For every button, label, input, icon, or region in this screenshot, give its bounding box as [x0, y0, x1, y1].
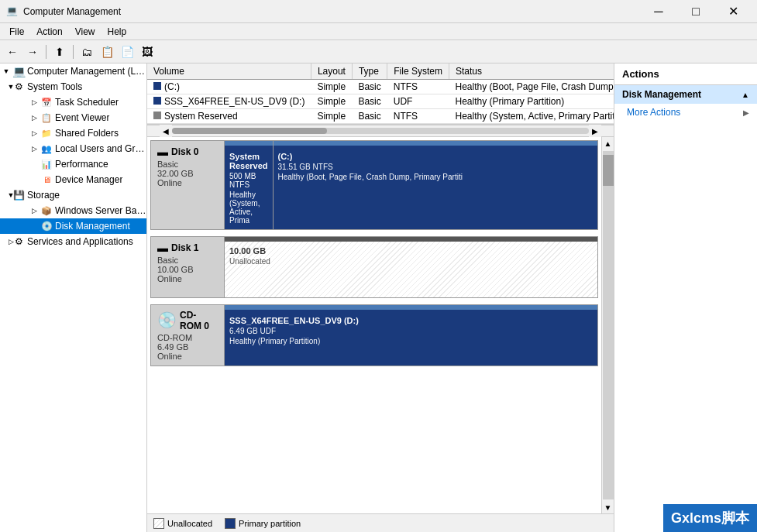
- system-tools-icon: ⚙: [12, 81, 25, 93]
- h-scroll-track[interactable]: [172, 128, 589, 134]
- legend-bar: Unallocated Primary partition: [147, 513, 614, 532]
- menu-view[interactable]: View: [69, 25, 102, 39]
- close-button[interactable]: ✕: [715, 0, 751, 23]
- vol-type-d: Basic: [352, 94, 387, 109]
- vol-type-reserved: Basic: [352, 109, 387, 124]
- h-scroll-thumb[interactable]: [172, 128, 327, 134]
- minimize-button[interactable]: ─: [641, 0, 676, 23]
- vol-name-c: (C:): [147, 80, 311, 94]
- partition-top-reserved: [225, 141, 273, 146]
- actions-section-label: Disk Management: [622, 89, 701, 100]
- users-label: Local Users and Groups: [55, 143, 146, 154]
- v-scrollbar[interactable]: ▲ ▼: [601, 137, 614, 513]
- root-icon: 💻: [12, 65, 25, 77]
- storage-icon: 💾: [12, 189, 25, 201]
- vol-name-d: SSS_X64FREE_EN-US_DV9 (D:): [147, 94, 311, 109]
- services-expand: ▷: [0, 235, 12, 248]
- perf-icon: 📊: [40, 158, 53, 170]
- tree-shared-folders[interactable]: ▷ 📁 Shared Folders: [0, 125, 146, 141]
- partition-reserved[interactable]: System Reserved 500 MB NTFS Healthy (Sys…: [225, 141, 274, 229]
- partition-top-c: [274, 141, 597, 146]
- toolbar-console[interactable]: 🖼: [138, 43, 157, 60]
- tree-storage[interactable]: ▼ 💾 Storage: [0, 187, 146, 203]
- menu-action[interactable]: Action: [30, 25, 68, 39]
- system-tools-expand: ▼: [0, 81, 12, 93]
- cdrom-size: 6.49 GB: [157, 342, 218, 352]
- actions-section-title[interactable]: Disk Management ▲: [614, 85, 757, 104]
- menu-help[interactable]: Help: [102, 25, 133, 39]
- toolbar-show-hide-tree[interactable]: 🗂: [77, 43, 96, 60]
- tree-scroll: ▼ 💻 Computer Management (Local ▼ ⚙ Syste…: [0, 63, 146, 532]
- v-scroll-down[interactable]: ▼: [602, 501, 614, 513]
- tree-performance[interactable]: 📊 Performance: [0, 156, 146, 172]
- actions-more-label: More Actions: [627, 107, 680, 118]
- v-scroll-thumb[interactable]: [603, 155, 614, 186]
- tree-local-users[interactable]: ▷ 👥 Local Users and Groups: [0, 141, 146, 156]
- backup-expand: ▷: [28, 204, 40, 217]
- shared-icon: 📁: [40, 127, 53, 139]
- cdrom-status: Online: [157, 352, 218, 361]
- partition-unallocated[interactable]: 10.00 GB Unallocated: [225, 237, 597, 297]
- tree-event-viewer[interactable]: ▷ 📋 Event Viewer: [0, 110, 146, 125]
- tree-services[interactable]: ▷ ⚙ Services and Applications: [0, 234, 146, 249]
- v-scroll-track[interactable]: [603, 151, 614, 499]
- tree-root[interactable]: ▼ 💻 Computer Management (Local: [0, 63, 146, 79]
- col-status: Status: [449, 63, 614, 80]
- tree-win-backup[interactable]: ▷ 📦 Windows Server Backup: [0, 203, 146, 218]
- tree-device-manager[interactable]: 🖥 Device Manager: [0, 172, 146, 187]
- part-detail1-reserved: 500 MB NTFS: [229, 172, 268, 189]
- toolbar-sep-2: [73, 45, 74, 59]
- actions-header: Actions: [614, 63, 757, 85]
- disk-0-status: Online: [157, 178, 218, 187]
- table-row[interactable]: (C:) Simple Basic NTFS Healthy (Boot, Pa…: [147, 80, 614, 94]
- perf-label: Performance: [55, 159, 108, 170]
- table-row[interactable]: SSS_X64FREE_EN-US_DV9 (D:) Simple Basic …: [147, 94, 614, 109]
- actions-expand-icon: ▲: [742, 91, 749, 99]
- toolbar-view[interactable]: 📄: [118, 43, 136, 60]
- disk-0-info: ▬ Disk 0 Basic 32.00 GB Online: [151, 141, 225, 229]
- disk-0-size: 32.00 GB: [157, 169, 218, 178]
- part-detail1-c: 31.51 GB NTFS: [278, 163, 593, 171]
- toolbar-back[interactable]: ←: [3, 43, 22, 60]
- h-scrollbar[interactable]: ◀ ▶: [147, 125, 614, 137]
- cdrom-0-info: 💿 CD-ROM 0 CD-ROM 6.49 GB Online: [151, 305, 225, 366]
- partition-c[interactable]: (C:) 31.51 GB NTFS Healthy (Boot, Page F…: [274, 141, 597, 229]
- vol-layout-reserved: Simple: [311, 109, 352, 124]
- tree-system-tools[interactable]: ▼ ⚙ System Tools: [0, 79, 146, 94]
- toolbar-properties[interactable]: 📋: [98, 43, 116, 60]
- menu-file[interactable]: File: [3, 25, 30, 39]
- toolbar-forward[interactable]: →: [23, 43, 42, 60]
- legend-label-primary: Primary partition: [239, 519, 301, 528]
- partition-top-d: [225, 305, 597, 310]
- actions-more[interactable]: More Actions ▶: [614, 104, 757, 121]
- tree-panel: ▼ 💻 Computer Management (Local ▼ ⚙ Syste…: [0, 63, 147, 532]
- device-icon: 🖥: [40, 173, 53, 186]
- col-layout: Layout: [311, 63, 352, 80]
- maximize-button[interactable]: □: [678, 0, 714, 23]
- tree-task-scheduler[interactable]: ▷ 📅 Task Scheduler: [0, 94, 146, 110]
- part-name-c: (C:): [278, 152, 593, 161]
- task-label: Task Scheduler: [55, 97, 119, 108]
- shared-expand: ▷: [28, 127, 40, 139]
- vol-status-d: Healthy (Primary Partition): [449, 94, 614, 109]
- backup-label: Windows Server Backup: [55, 205, 146, 216]
- menu-bar: File Action View Help: [0, 23, 757, 40]
- tree-disk-management[interactable]: 💿 Disk Management: [0, 218, 146, 234]
- window-controls: ─ □ ✕: [641, 0, 751, 23]
- disk-mgmt-label: Disk Management: [55, 221, 130, 232]
- partition-d[interactable]: SSS_X64FREE_EN-US_DV9 (D:) 6.49 GB UDF H…: [225, 305, 597, 366]
- backup-icon: 📦: [40, 204, 53, 217]
- storage-expand: ▼: [0, 189, 12, 201]
- vol-status-c: Healthy (Boot, Page File, Crash Dump, Pr…: [449, 80, 614, 94]
- toolbar-up[interactable]: ⬆: [50, 43, 69, 60]
- vol-icon-c: [153, 82, 161, 90]
- h-scroll-left[interactable]: ◀: [160, 125, 172, 137]
- h-scroll-right[interactable]: ▶: [589, 125, 601, 137]
- part-detail2-c: Healthy (Boot, Page File, Crash Dump, Pr…: [278, 173, 593, 181]
- v-scroll-up[interactable]: ▲: [602, 137, 614, 149]
- vol-fs-c: NTFS: [387, 80, 449, 94]
- event-expand: ▷: [28, 112, 40, 124]
- vol-type-c: Basic: [352, 80, 387, 94]
- table-row[interactable]: System Reserved Simple Basic NTFS Health…: [147, 109, 614, 124]
- disk-1-info: ▬ Disk 1 Basic 10.00 GB Online: [151, 237, 225, 297]
